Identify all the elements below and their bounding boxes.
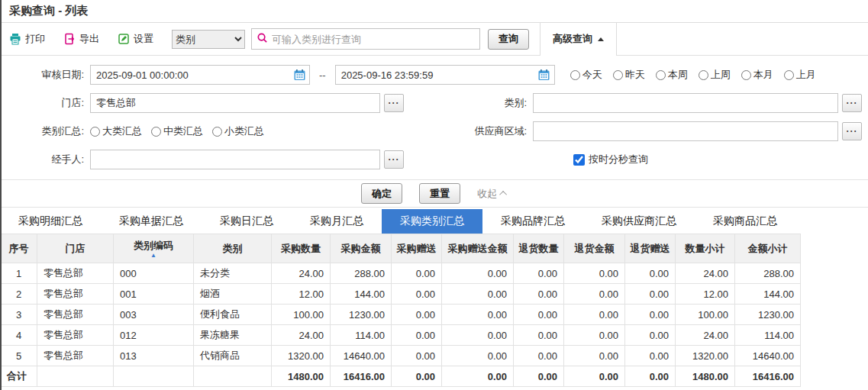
date-from-field[interactable]	[90, 65, 310, 85]
quick-date-yesterday[interactable]: 昨天	[613, 68, 645, 82]
quick-date-last-month[interactable]: 上月	[784, 68, 816, 82]
store-picker-button[interactable]: ···	[384, 94, 404, 112]
search-box[interactable]	[251, 28, 480, 50]
tab-purchase-goods-summary[interactable]: 采购商品汇总	[695, 209, 795, 234]
column-header[interactable]: 采购赠送金额	[442, 234, 514, 263]
quick-date-last-month-radio[interactable]	[784, 70, 794, 80]
column-header[interactable]: 退货数量	[514, 234, 564, 263]
quick-date-this-week-radio[interactable]	[656, 70, 666, 80]
table-row[interactable]: 3零售总部003便利食品100.001230.000.000.000.000.0…	[1, 305, 801, 325]
supplier-region-field[interactable]	[533, 121, 838, 141]
quick-date-last-week-radio[interactable]	[699, 70, 708, 80]
search-input[interactable]	[272, 34, 475, 45]
table-footer-row: 合计1480.0016416.000.000.000.000.000.00148…	[1, 366, 801, 387]
radio-label: 本月	[753, 68, 773, 82]
summary-middle-radio[interactable]	[151, 127, 161, 137]
search-icon	[257, 32, 268, 46]
column-header[interactable]: 金额小计	[735, 234, 801, 263]
column-header-label: 退货金额	[564, 242, 624, 256]
table-cell: 100.00	[272, 305, 331, 325]
column-header[interactable]: 类别编码▲	[114, 234, 194, 263]
settings-label: 设置	[134, 32, 153, 46]
printer-icon	[9, 33, 21, 45]
quick-date-this-month-radio[interactable]	[741, 70, 751, 80]
category-field[interactable]	[533, 93, 838, 113]
date-to-input[interactable]	[336, 69, 534, 81]
supplier-region-picker-button[interactable]: ···	[842, 122, 862, 140]
column-header[interactable]: 采购数量	[272, 234, 331, 263]
handler-input[interactable]	[91, 154, 379, 166]
calendar-icon[interactable]	[289, 66, 309, 84]
table-cell: 0.00	[442, 346, 514, 366]
export-button[interactable]: 导出	[63, 32, 99, 46]
store-input[interactable]	[91, 98, 379, 109]
confirm-button[interactable]: 确定	[361, 183, 402, 204]
advanced-query-label: 高级查询	[553, 32, 592, 46]
table-row[interactable]: 5零售总部013代销商品1320.0014640.000.000.000.000…	[1, 346, 801, 366]
handler-picker-button[interactable]: ···	[384, 150, 404, 169]
category-input[interactable]	[534, 98, 837, 109]
audit-date-label: 审核日期:	[0, 68, 90, 82]
print-label: 打印	[25, 32, 45, 46]
supplier-region-label: 供应商区域:	[447, 124, 533, 138]
date-to-field[interactable]	[335, 65, 555, 85]
summary-minor[interactable]: 小类汇总	[212, 124, 264, 138]
handler-field[interactable]	[90, 150, 380, 169]
tab-purchase-supplier-summary[interactable]: 采购供应商汇总	[583, 209, 695, 234]
store-field[interactable]	[90, 93, 380, 113]
quick-date-last-week[interactable]: 上周	[699, 68, 731, 82]
table-cell: 24.00	[676, 325, 735, 346]
table-cell: 0.00	[442, 325, 514, 346]
table-cell: 0.00	[564, 305, 625, 325]
time-precision-checkbox[interactable]	[573, 154, 585, 166]
tab-purchase-detail-summary[interactable]: 采购明细汇总	[0, 209, 101, 234]
table-cell: 003	[114, 305, 194, 325]
table-row[interactable]: 1零售总部000未分类24.00288.000.000.000.000.000.…	[1, 263, 801, 284]
settings-button[interactable]: 设置	[118, 32, 153, 46]
date-from-input[interactable]	[91, 69, 289, 81]
sort-asc-icon: ▲	[114, 253, 193, 259]
table-cell: 0.00	[392, 346, 442, 366]
search-field-select[interactable]: 类别	[172, 30, 245, 49]
table-row[interactable]: 4零售总部012果冻糖果24.00114.000.000.000.000.000…	[1, 325, 801, 346]
column-header[interactable]: 门店	[37, 234, 114, 263]
tab-purchase-daily-summary[interactable]: 采购日汇总	[202, 209, 292, 234]
table-cell: 零售总部	[37, 263, 114, 284]
footer-cell: 1480.00	[272, 366, 331, 387]
quick-date-yesterday-radio[interactable]	[613, 70, 623, 80]
time-precision-checkbox-group[interactable]: 按时分秒查询	[573, 153, 648, 166]
supplier-region-input[interactable]	[534, 126, 837, 137]
table-cell: 0.00	[514, 325, 564, 346]
column-header[interactable]: 采购赠送	[392, 234, 442, 263]
column-header[interactable]: 类别	[194, 234, 272, 263]
summary-major-radio[interactable]	[90, 127, 100, 137]
category-picker-button[interactable]: ···	[842, 94, 862, 112]
summary-minor-radio[interactable]	[212, 127, 222, 137]
quick-date-today-radio[interactable]	[570, 70, 580, 80]
tab-purchase-monthly-summary[interactable]: 采购月汇总	[292, 209, 382, 234]
summary-major[interactable]: 大类汇总	[90, 124, 142, 138]
table-cell: 24.00	[272, 325, 331, 346]
column-header[interactable]: 数量小计	[676, 234, 735, 263]
quick-date-this-week[interactable]: 本周	[656, 68, 688, 82]
summary-middle[interactable]: 中类汇总	[151, 124, 203, 138]
collapse-link[interactable]: 收起	[477, 187, 507, 201]
tab-purchase-doc-summary[interactable]: 采购单据汇总	[101, 209, 202, 234]
column-header[interactable]: 退货赠送	[625, 234, 676, 263]
footer-cell: 0.00	[625, 366, 676, 387]
column-header[interactable]: 退货金额	[564, 234, 625, 263]
calendar-icon[interactable]	[534, 66, 554, 84]
column-header[interactable]: 序号	[1, 234, 37, 263]
column-header-label: 退货赠送	[625, 242, 675, 256]
query-button[interactable]: 查询	[488, 29, 529, 50]
quick-date-this-month[interactable]: 本月	[741, 68, 773, 82]
reset-button[interactable]: 重置	[419, 183, 460, 204]
collapse-label: 收起	[477, 187, 497, 201]
advanced-query-button[interactable]: 高级查询	[540, 23, 617, 56]
column-header[interactable]: 采购金额	[331, 234, 392, 263]
table-row[interactable]: 2零售总部001烟酒12.00144.000.000.000.000.000.0…	[1, 284, 801, 305]
print-button[interactable]: 打印	[9, 32, 45, 46]
tab-purchase-brand-summary[interactable]: 采购品牌汇总	[482, 209, 583, 234]
tab-purchase-category-summary[interactable]: 采购类别汇总	[382, 209, 482, 234]
quick-date-today[interactable]: 今天	[570, 68, 602, 82]
